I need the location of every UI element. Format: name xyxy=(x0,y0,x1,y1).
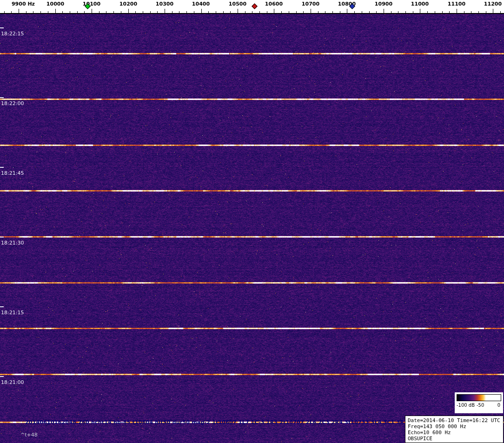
info-echo-line: Echo=10 600 Hz xyxy=(408,430,501,436)
frequency-axis: 9900 Hz 10000 10100 10200 10300 10400 10… xyxy=(0,0,504,14)
time-label: 18:21:45 xyxy=(1,170,24,176)
freq-label-10500: 10500 xyxy=(229,1,246,7)
info-station-line: OBSUPICE xyxy=(408,436,501,442)
color-gradient-bar xyxy=(457,394,501,401)
freq-label-10600: 10600 xyxy=(265,1,283,7)
meteor-spectrogram-screenshot: 9900 Hz 10000 10100 10200 10300 10400 10… xyxy=(0,0,504,443)
spectrogram-waterfall xyxy=(0,14,504,443)
freq-label-10900: 10900 xyxy=(375,1,392,7)
freq-label-10700: 10700 xyxy=(302,1,319,7)
time-label: 18:21:00 xyxy=(1,379,24,385)
legend-mid-label: -50 xyxy=(477,403,484,408)
freq-label-10400: 10400 xyxy=(192,1,210,7)
info-freq-line: Freq=143 050 000 Hz xyxy=(408,423,501,430)
time-label: 18:21:30 xyxy=(1,240,24,246)
time-tick-dash xyxy=(0,376,4,377)
freq-label-11000: 11000 xyxy=(411,1,429,7)
freq-label-9900: 9900 Hz xyxy=(12,1,35,7)
time-label: 18:22:15 xyxy=(1,31,24,37)
footnote: ^t+48 xyxy=(20,432,38,438)
freq-label-10000: 10000 xyxy=(46,1,64,7)
time-tick-dash xyxy=(0,27,4,28)
time-label: 18:21:15 xyxy=(1,310,24,316)
legend-max-label: 0 xyxy=(497,403,500,408)
time-label: 18:22:00 xyxy=(1,100,24,106)
legend-min-label: -100 dB xyxy=(457,403,475,408)
time-tick-dash xyxy=(0,306,4,307)
time-tick-dash xyxy=(0,97,4,98)
db-intensity-legend: -100 dB -50 0 xyxy=(455,392,503,413)
time-tick-dash xyxy=(0,237,4,238)
detection-annotation: 20140610162048.260 hcht14 hb-85 t10604 h… xyxy=(25,419,408,425)
time-tick-dash xyxy=(0,167,4,168)
freq-label-11100: 11100 xyxy=(448,1,465,7)
observation-info-box: Date=2014-06-10 Time=16:22 UTC Freq=143 … xyxy=(405,416,504,443)
info-date-line: Date=2014-06-10 Time=16:22 UTC xyxy=(408,417,501,423)
freq-label-10300: 10300 xyxy=(156,1,173,7)
freq-label-10200: 10200 xyxy=(119,1,137,7)
freq-label-11200: 11200 xyxy=(484,1,502,7)
legend-labels: -100 dB -50 0 xyxy=(455,403,503,411)
